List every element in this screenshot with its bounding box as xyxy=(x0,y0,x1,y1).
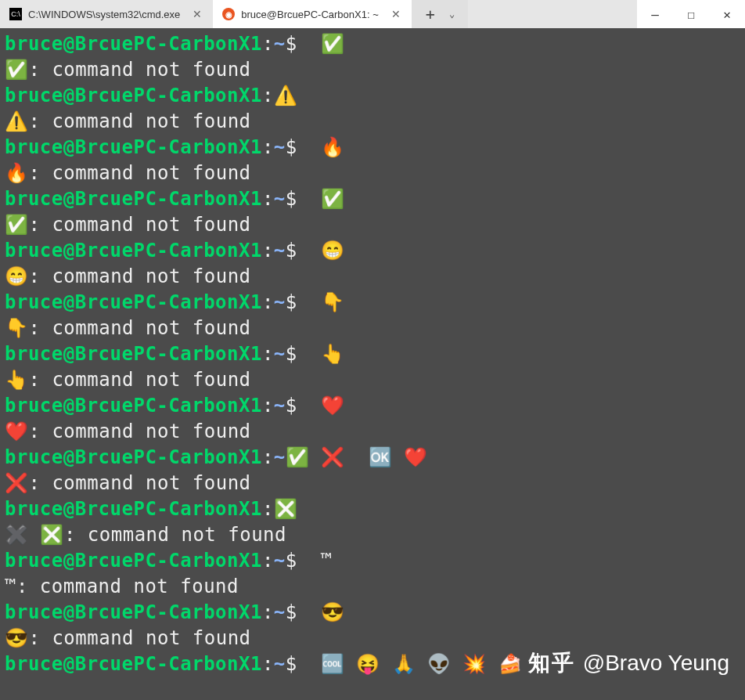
terminal-line: 😁: command not found xyxy=(5,264,740,290)
terminal-line: bruce@BrcuePC-CarbonX1:~$ ✅ xyxy=(5,31,740,57)
title-bar-drag-area[interactable] xyxy=(468,0,637,28)
terminal-line: bruce@BrcuePC-CarbonX1:❎ xyxy=(5,496,740,522)
terminal-line: bruce@BrcuePC-CarbonX1:~$ 😁 xyxy=(5,238,740,264)
ubuntu-icon: ◉ xyxy=(222,8,235,20)
terminal-line: bruce@BrcuePC-CarbonX1:~$ ™ xyxy=(5,548,740,574)
terminal-line: bruce@BrcuePC-CarbonX1:~$ ❤️ xyxy=(5,393,740,419)
title-bar: C:\ C:\WINDOWS\system32\cmd.exe ✕ ◉ bruc… xyxy=(0,0,745,28)
maximize-button[interactable]: ☐ xyxy=(673,2,709,27)
terminal-line: 😎: command not found xyxy=(5,626,740,651)
terminal-line: ✅: command not found xyxy=(5,57,740,83)
terminal-line: ⚠️: command not found xyxy=(5,109,740,135)
cmd-icon: C:\ xyxy=(9,8,22,20)
terminal-line: ❤️: command not found xyxy=(5,419,740,445)
terminal-line: bruce@BrcuePC-CarbonX1:~✅ ❌ 🆗 ❤️ xyxy=(5,445,740,471)
tab-title: bruce@BrcuePC-CarbonX1: ~ xyxy=(241,9,378,20)
new-tab-button[interactable]: + xyxy=(418,2,443,27)
close-tab-icon[interactable]: ✕ xyxy=(191,8,203,20)
close-window-button[interactable]: ✕ xyxy=(709,2,745,27)
terminal-line: bruce@BrcuePC-CarbonX1:~$ ✅ xyxy=(5,186,740,212)
terminal-line: ™: command not found xyxy=(5,574,740,600)
terminal-line: 👆: command not found xyxy=(5,367,740,393)
tab-ubuntu[interactable]: ◉ bruce@BrcuePC-CarbonX1: ~ ✕ xyxy=(213,0,411,28)
tab-dropdown-button[interactable]: ⌄ xyxy=(443,2,462,27)
terminal-line: ✖️ ❎: command not found xyxy=(5,522,740,548)
terminal-line: bruce@BrcuePC-CarbonX1:~$ 🔥 xyxy=(5,135,740,161)
close-tab-icon[interactable]: ✕ xyxy=(390,8,402,20)
tab-title: C:\WINDOWS\system32\cmd.exe xyxy=(28,9,180,20)
minimize-button[interactable]: — xyxy=(637,2,673,27)
terminal-line: 👇: command not found xyxy=(5,316,740,341)
terminal-line: bruce@BrcuePC-CarbonX1:~$ 🆒 😝 🙏 👽 💥 🍰 xyxy=(5,651,740,677)
window-controls: — ☐ ✕ xyxy=(637,0,745,28)
tab-cmd[interactable]: C:\ C:\WINDOWS\system32\cmd.exe ✕ xyxy=(0,0,213,28)
terminal-line: 🔥: command not found xyxy=(5,161,740,186)
terminal-line: bruce@BrcuePC-CarbonX1:~$ 👆 xyxy=(5,341,740,367)
terminal-output[interactable]: bruce@BrcuePC-CarbonX1:~$ ✅✅: command no… xyxy=(0,28,745,700)
terminal-line: ✅: command not found xyxy=(5,212,740,238)
terminal-line: bruce@BrcuePC-CarbonX1:~$ 👇 xyxy=(5,290,740,316)
terminal-line: ❌: command not found xyxy=(5,471,740,496)
tab-strip: C:\ C:\WINDOWS\system32\cmd.exe ✕ ◉ bruc… xyxy=(0,0,412,28)
terminal-line: bruce@BrcuePC-CarbonX1:~$ 😎 xyxy=(5,600,740,626)
terminal-line: bruce@BrcuePC-CarbonX1:⚠️ xyxy=(5,83,740,109)
new-tab-area: + ⌄ xyxy=(412,0,468,28)
